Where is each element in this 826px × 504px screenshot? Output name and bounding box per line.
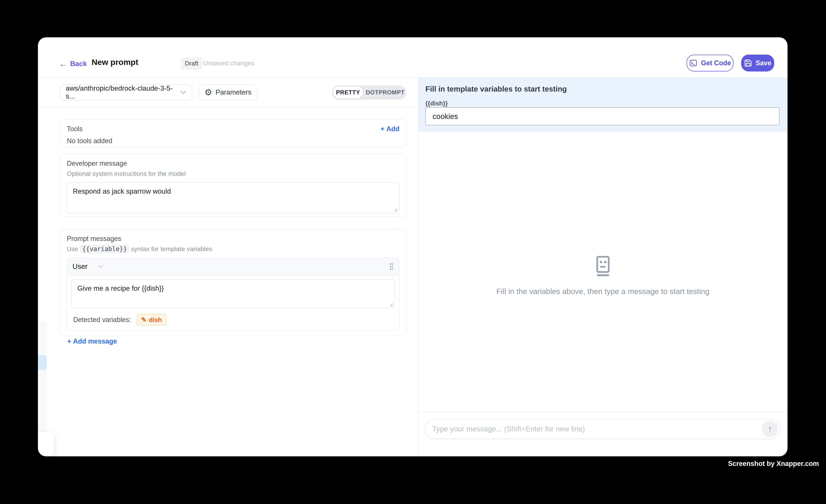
pencil-icon: ✎ <box>141 316 146 323</box>
subtitle-prefix: Use <box>67 245 78 252</box>
save-button[interactable]: Save <box>741 55 774 71</box>
left-drawer-sliver <box>38 321 47 432</box>
subtitle-suffix: syntax for template variables <box>131 245 212 252</box>
fill-variables-title: Fill in template variables to start test… <box>425 85 567 93</box>
toggle-dotprompt[interactable]: DOTPROMPT <box>364 85 406 100</box>
watermark-text: Screenshot by Xnapper.com <box>728 460 819 467</box>
prompt-messages-title: Prompt messages <box>67 235 400 243</box>
resize-grip-icon[interactable] <box>393 207 398 212</box>
drag-handle-icon[interactable] <box>389 263 394 270</box>
plus-icon: + <box>67 337 71 345</box>
role-value: User <box>72 262 87 270</box>
add-message-button[interactable]: + Add message <box>67 337 400 345</box>
send-button[interactable]: ↑ <box>762 421 778 437</box>
get-code-label: Get Code <box>701 59 731 67</box>
tools-empty-text: No tools added <box>67 137 400 145</box>
save-icon <box>744 59 752 67</box>
model-selector-value: aws/anthropic/bedrock-claude-3-5-s... <box>66 84 181 100</box>
prompt-messages-subtitle: Use {{variable}} syntax for template var… <box>67 245 400 253</box>
view-mode-toggle: PRETTY DOTPROMPT <box>332 85 406 100</box>
chat-input-placeholder: Type your message... (Shift+Enter for ne… <box>432 425 585 433</box>
add-tool-label: Add <box>386 125 400 133</box>
status-badge: Draft <box>181 57 202 70</box>
plus-icon: + <box>380 125 385 133</box>
developer-message-subtitle: Optional system instructions for the mod… <box>67 170 400 177</box>
variable-chip-dish[interactable]: ✎ dish <box>137 314 166 326</box>
add-message-label: Add message <box>73 337 117 345</box>
screenshot-canvas: ← Back New prompt Draft Unsaved changes … <box>0 0 826 504</box>
page-title: New prompt <box>92 58 138 67</box>
gear-icon: ⚙ <box>204 88 212 97</box>
get-code-button[interactable]: Get Code <box>687 55 733 71</box>
app-window: ← Back New prompt Draft Unsaved changes … <box>38 37 787 456</box>
developer-message-card: Developer message Optional system instru… <box>60 153 407 217</box>
model-selector[interactable]: aws/anthropic/bedrock-claude-3-5-s... <box>60 84 192 101</box>
chevron-down-icon <box>181 90 186 94</box>
variable-value-input[interactable] <box>425 107 779 125</box>
tools-title: Tools <box>67 125 82 133</box>
developer-message-textarea[interactable]: Respond as jack sparrow would <box>67 182 400 213</box>
left-drawer-popover <box>38 432 54 456</box>
add-tool-button[interactable]: + Add <box>380 125 400 133</box>
empty-state-text: Fill in the variables above, then type a… <box>418 287 787 296</box>
parameters-button[interactable]: ⚙ Parameters <box>198 84 257 101</box>
detected-variables-label: Detected variables: <box>73 316 131 324</box>
unsaved-changes-text: Unsaved changes <box>203 60 254 67</box>
subheader-divider <box>38 107 418 107</box>
back-label: Back <box>70 60 87 68</box>
message-block: User Give me a <box>67 257 400 331</box>
variable-chip-label: dish <box>149 316 162 323</box>
user-message-textarea[interactable]: Give me a recipe for {{dish}} <box>71 279 395 308</box>
chevron-down-icon <box>98 265 103 268</box>
variable-name-label: {{dish}} <box>425 100 448 107</box>
robot-face-icon <box>594 256 612 276</box>
message-header: User <box>67 258 399 275</box>
send-arrow-icon: ↑ <box>768 424 772 434</box>
tools-card: Tools + Add No tools added <box>60 119 407 147</box>
variable-syntax-chip: {{variable}} <box>80 245 129 253</box>
terminal-icon <box>689 59 698 67</box>
toggle-pretty[interactable]: PRETTY <box>333 86 363 99</box>
back-arrow-icon: ← <box>59 60 67 68</box>
resize-grip-icon[interactable] <box>389 302 394 307</box>
developer-message-title: Developer message <box>67 160 400 167</box>
left-drawer-active-item[interactable] <box>38 355 47 370</box>
chat-empty-state: Fill in the variables above, then type a… <box>418 256 787 296</box>
role-select[interactable]: User <box>72 262 103 270</box>
prompt-messages-card: Prompt messages Use {{variable}} syntax … <box>60 229 407 336</box>
parameters-label: Parameters <box>216 88 251 96</box>
template-variables-panel: Fill in template variables to start test… <box>418 78 787 132</box>
save-label: Save <box>756 59 771 67</box>
chat-input-divider <box>418 412 787 412</box>
back-button[interactable]: ← Back <box>59 55 87 72</box>
chat-input-bar[interactable]: Type your message... (Shift+Enter for ne… <box>425 419 780 439</box>
